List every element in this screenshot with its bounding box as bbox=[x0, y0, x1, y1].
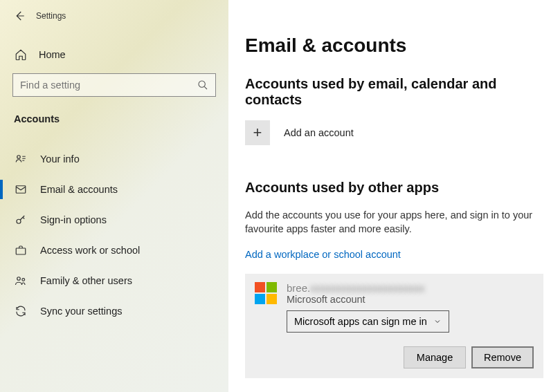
sidebar-item-sync[interactable]: Sync your settings bbox=[0, 296, 228, 326]
sidebar-section-header: Accounts bbox=[0, 97, 228, 131]
plus-icon: + bbox=[245, 120, 270, 145]
sidebar-item-signin-options[interactable]: Sign-in options bbox=[0, 205, 228, 235]
home-nav[interactable]: Home bbox=[0, 40, 228, 69]
sidebar-item-work-school[interactable]: Access work or school bbox=[0, 235, 228, 265]
section-heading-other-apps: Accounts used by other apps bbox=[245, 180, 543, 196]
section-heading-email: Accounts used by email, calendar and con… bbox=[245, 76, 543, 108]
svg-point-3 bbox=[17, 219, 21, 223]
sidebar-item-family[interactable]: Family & other users bbox=[0, 265, 228, 296]
account-email: bree.xxxxxxxxxxxxxxxxxxxxxx bbox=[287, 282, 424, 294]
sidebar: Settings Home Accounts Your info Email &… bbox=[0, 0, 228, 392]
arrow-left-icon bbox=[13, 10, 26, 22]
sidebar-item-label: Family & other users bbox=[40, 275, 132, 286]
add-account-button[interactable]: + Add an account bbox=[245, 120, 543, 145]
sync-icon bbox=[14, 305, 28, 317]
svg-point-5 bbox=[17, 277, 21, 281]
page-title: Email & accounts bbox=[245, 35, 543, 57]
dropdown-label: Microsoft apps can sign me in bbox=[294, 316, 427, 327]
title-bar: Settings bbox=[0, 0, 228, 32]
key-icon bbox=[14, 214, 28, 226]
sidebar-item-your-info[interactable]: Your info bbox=[0, 144, 228, 174]
sidebar-item-label: Email & accounts bbox=[40, 184, 118, 195]
account-entry[interactable]: bree.xxxxxxxxxxxxxxxxxxxxxx Microsoft ac… bbox=[245, 274, 543, 378]
sidebar-item-label: Your info bbox=[40, 153, 80, 165]
back-button[interactable] bbox=[6, 2, 33, 30]
sidebar-item-label: Access work or school bbox=[40, 245, 140, 256]
home-label: Home bbox=[39, 49, 66, 60]
svg-point-6 bbox=[22, 279, 25, 281]
other-apps-description: Add the accounts you use for your apps h… bbox=[245, 208, 543, 236]
search-icon bbox=[197, 80, 208, 91]
account-type: Microsoft account bbox=[287, 294, 424, 305]
remove-button[interactable]: Remove bbox=[471, 346, 534, 368]
microsoft-logo-icon bbox=[255, 282, 277, 304]
svg-point-0 bbox=[199, 81, 205, 87]
svg-rect-2 bbox=[16, 186, 26, 194]
briefcase-icon bbox=[14, 244, 28, 256]
add-account-label: Add an account bbox=[284, 127, 354, 138]
search-input[interactable] bbox=[20, 80, 197, 91]
svg-point-1 bbox=[17, 156, 21, 159]
home-icon bbox=[14, 48, 28, 61]
person-card-icon bbox=[14, 153, 28, 165]
svg-rect-4 bbox=[16, 248, 26, 254]
mail-icon bbox=[14, 183, 28, 196]
sidebar-item-email-accounts[interactable]: Email & accounts bbox=[0, 174, 228, 205]
signin-dropdown[interactable]: Microsoft apps can sign me in bbox=[287, 310, 449, 333]
sidebar-item-label: Sign-in options bbox=[40, 214, 107, 225]
main-content: Email & accounts Accounts used by email,… bbox=[228, 0, 560, 392]
people-icon bbox=[14, 274, 28, 287]
sidebar-item-label: Sync your settings bbox=[40, 306, 122, 317]
manage-button[interactable]: Manage bbox=[404, 346, 466, 368]
add-workschool-link[interactable]: Add a workplace or school account bbox=[245, 249, 543, 260]
search-box[interactable] bbox=[12, 73, 216, 97]
window-title: Settings bbox=[36, 11, 66, 21]
chevron-down-icon bbox=[433, 317, 442, 326]
nav-list: Your info Email & accounts Sign-in optio… bbox=[0, 144, 228, 326]
